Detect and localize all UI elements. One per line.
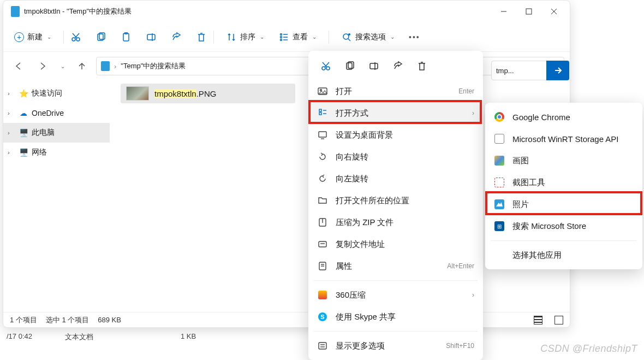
- sort-label: 排序: [240, 32, 255, 42]
- chrome-icon: [494, 112, 504, 122]
- app-chrome[interactable]: Google Chrome: [488, 106, 639, 128]
- ctx-cut-icon[interactable]: [315, 56, 337, 76]
- ctx-zip[interactable]: 压缩为 ZIP 文件: [312, 211, 480, 233]
- skype-icon: S: [317, 311, 328, 322]
- titlebar: tmpok8txtln - "Temp"中的搜索结果: [3, 1, 570, 22]
- image-icon: [317, 86, 328, 97]
- ctx-properties[interactable]: 属性 Alt+Enter: [312, 255, 480, 277]
- 360-icon: [317, 290, 328, 300]
- svg-point-22: [348, 33, 350, 36]
- svg-point-16: [281, 39, 282, 40]
- svg-point-20: [343, 34, 349, 39]
- app-snip[interactable]: 截图工具: [488, 172, 639, 193]
- cut-icon[interactable]: [70, 32, 81, 43]
- svg-point-15: [281, 36, 282, 38]
- app-photos[interactable]: 照片: [488, 193, 639, 215]
- svg-rect-34: [319, 113, 321, 115]
- svg-rect-37: [319, 132, 326, 137]
- sidebar-item-network[interactable]: ›🖥️ 网络: [3, 143, 110, 162]
- svg-rect-29: [370, 63, 378, 69]
- delete-icon[interactable]: [196, 32, 207, 43]
- context-menu: 打开 Enter 打开方式 › 设置为桌面背景 向右旋转 向左旋转 打开文件所在…: [308, 51, 483, 360]
- ctx-more-options[interactable]: 显示更多选项 Shift+F10: [312, 335, 480, 357]
- ctx-setbg[interactable]: 设置为桌面背景: [312, 124, 480, 146]
- nav-up[interactable]: [72, 56, 92, 76]
- share-icon[interactable]: [171, 32, 182, 43]
- app-winrt[interactable]: Microsoft WinRT Storage API: [488, 128, 639, 150]
- new-button[interactable]: + 新建 ⌄: [9, 29, 57, 45]
- svg-rect-12: [147, 34, 155, 40]
- ctx-open[interactable]: 打开 Enter: [312, 80, 480, 102]
- statusbar: 1 个项目 选中 1 个项目 689 KB: [3, 312, 570, 327]
- ctx-rename-icon[interactable]: [363, 56, 385, 76]
- minimize-button[interactable]: [491, 1, 516, 22]
- app-paint[interactable]: 画图: [488, 150, 639, 172]
- window-title: tmpok8txtln - "Temp"中的搜索结果: [24, 7, 132, 16]
- ctx-delete-icon[interactable]: [411, 56, 433, 76]
- status-size: 689 KB: [98, 316, 121, 324]
- view-button[interactable]: 查看 ⌄: [273, 28, 322, 46]
- ctx-open-location[interactable]: 打开文件所在的位置: [312, 190, 480, 211]
- ctx-skype[interactable]: S 使用 Skype 共享: [312, 306, 480, 328]
- ctx-copy-icon[interactable]: [339, 56, 361, 76]
- status-count: 1 个项目: [10, 315, 37, 325]
- ctx-360zip[interactable]: 360压缩 ›: [312, 284, 480, 306]
- bg-date: /17 0:42: [7, 332, 32, 342]
- file-name: tmpok8txtln.PNG: [154, 89, 216, 98]
- sidebar-item-onedrive[interactable]: ›☁ OneDrive: [3, 103, 110, 123]
- file-icon: [494, 134, 504, 144]
- more-button[interactable]: •••: [403, 29, 426, 45]
- view-large-icon[interactable]: [554, 316, 563, 324]
- breadcrumb-text: "Temp"中的搜索结果: [121, 61, 186, 71]
- searchopts-button[interactable]: 搜索选项 ⌄: [336, 28, 400, 46]
- file-thumbnail: [126, 86, 149, 101]
- maximize-button[interactable]: [516, 1, 541, 22]
- new-label: 新建: [27, 32, 43, 42]
- sidebar: ›⭐ 快速访问 ›☁ OneDrive ›🖥️ 此电脑 ›🖥️ 网络: [3, 80, 110, 312]
- ctx-rotate-left[interactable]: 向左旋转: [312, 168, 480, 190]
- more-icon: [317, 340, 328, 351]
- view-label: 查看: [293, 32, 308, 42]
- address-bar-row: ⌄ › "Temp"中的搜索结果: [3, 52, 570, 80]
- close-button[interactable]: [541, 1, 567, 22]
- desktop-icon: [317, 129, 328, 140]
- status-selected: 选中 1 个项目: [46, 315, 89, 325]
- svg-point-32: [320, 90, 322, 91]
- properties-icon: [317, 261, 328, 272]
- sidebar-item-quick[interactable]: ›⭐ 快速访问: [3, 84, 110, 103]
- ctx-share-icon[interactable]: [387, 56, 409, 76]
- svg-rect-1: [526, 9, 532, 14]
- paste-icon[interactable]: [121, 32, 132, 43]
- sidebar-label: 此电脑: [32, 128, 55, 138]
- file-row[interactable]: tmpok8txtln.PNG: [121, 84, 295, 103]
- zip-icon: [317, 217, 328, 228]
- svg-line-21: [348, 39, 350, 41]
- background-list: /17 0:42 文本文档 1 KB: [0, 328, 572, 360]
- nav-forward[interactable]: [33, 56, 52, 76]
- app-other[interactable]: 选择其他应用: [488, 244, 639, 266]
- rotate-left-icon: [317, 173, 328, 184]
- svg-rect-41: [319, 241, 326, 247]
- nav-history[interactable]: ⌄: [57, 56, 68, 76]
- searchopts-label: 搜索选项: [355, 32, 386, 42]
- ctx-copypath[interactable]: 复制文件地址: [312, 233, 480, 255]
- chevron-right-icon: ›: [472, 291, 474, 299]
- openwith-submenu: Google Chrome Microsoft WinRT Storage AP…: [485, 103, 642, 269]
- bg-type: 文本文档: [65, 332, 93, 342]
- ctx-rotate-right[interactable]: 向右旋转: [312, 146, 480, 168]
- bg-size: 1 KB: [181, 332, 196, 342]
- rename-icon[interactable]: [146, 32, 157, 43]
- ctx-openwith[interactable]: 打开方式 ›: [312, 102, 480, 124]
- view-details-icon[interactable]: [534, 316, 542, 324]
- store-icon: ⊞: [494, 221, 504, 231]
- folder-icon: [317, 195, 328, 206]
- sidebar-label: 快速访问: [32, 88, 62, 98]
- nav-back[interactable]: [9, 56, 28, 76]
- search-submit[interactable]: [546, 61, 569, 80]
- copypath-icon: [317, 239, 328, 250]
- app-store[interactable]: ⊞ 搜索 Microsoft Store: [488, 215, 639, 237]
- sort-button[interactable]: 排序 ⌄: [220, 28, 270, 46]
- svg-point-14: [281, 33, 282, 35]
- sidebar-item-thispc[interactable]: ›🖥️ 此电脑: [3, 123, 110, 143]
- copy-icon[interactable]: [96, 32, 106, 43]
